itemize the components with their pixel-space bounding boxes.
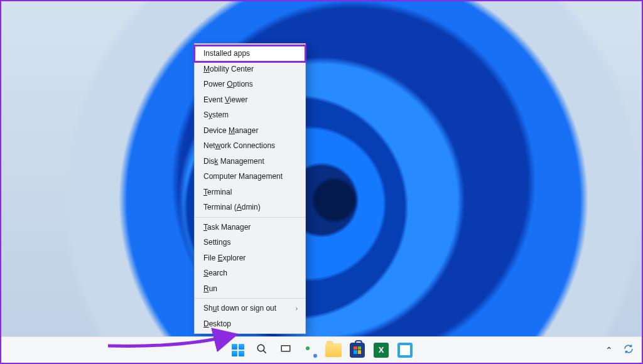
search-icon bbox=[256, 343, 267, 356]
menu-item-file-explorer[interactable]: File Explorer bbox=[195, 250, 305, 266]
tray-chevron-icon[interactable]: ⌃ bbox=[605, 345, 613, 355]
task-view-button[interactable] bbox=[276, 340, 296, 360]
menu-item-label: Power Options bbox=[203, 80, 253, 88]
file-explorer-app[interactable] bbox=[323, 340, 343, 360]
menu-item-label: Event Viewer bbox=[203, 95, 248, 104]
menu-item-label: Mobility Center bbox=[203, 65, 254, 73]
microsoft-store-app[interactable] bbox=[347, 340, 367, 360]
menu-item-power-options[interactable]: Power Options bbox=[195, 77, 305, 92]
start-button[interactable] bbox=[228, 340, 248, 360]
menu-item-label: Shut down or sign out bbox=[203, 304, 276, 313]
folder-icon bbox=[325, 343, 342, 357]
menu-item-computer-management[interactable]: Computer Management bbox=[195, 169, 305, 185]
start-context-menu: Installed appsMobility CenterPower Optio… bbox=[194, 43, 306, 334]
menu-item-label: Device Manager bbox=[203, 126, 258, 135]
menu-item-settings[interactable]: Settings bbox=[195, 235, 305, 250]
wordpad-icon bbox=[397, 343, 413, 358]
menu-item-label: Installed apps bbox=[203, 49, 250, 58]
desktop-wallpaper bbox=[1, 1, 642, 363]
menu-item-label: Run bbox=[203, 284, 217, 293]
taskbar-right: ⌃ bbox=[605, 343, 634, 356]
search-button[interactable] bbox=[252, 340, 272, 360]
menu-item-disk-management[interactable]: Disk Management bbox=[195, 154, 305, 169]
menu-item-device-manager[interactable]: Device Manager bbox=[195, 123, 305, 139]
menu-item-network-connections[interactable]: Network Connections bbox=[195, 138, 305, 154]
menu-item-label: Terminal (Admin) bbox=[203, 203, 261, 211]
wordpad-app[interactable] bbox=[395, 340, 415, 360]
svg-point-0 bbox=[257, 345, 264, 351]
menu-separator bbox=[195, 298, 305, 299]
chrome-app[interactable] bbox=[300, 340, 320, 360]
excel-icon: X bbox=[374, 343, 389, 358]
onedrive-sync-icon[interactable] bbox=[623, 343, 634, 356]
menu-item-run[interactable]: Run bbox=[195, 281, 305, 297]
menu-item-system[interactable]: System bbox=[195, 107, 305, 123]
excel-app[interactable]: X bbox=[371, 340, 391, 360]
windows-logo-icon bbox=[232, 344, 244, 356]
menu-item-desktop[interactable]: Desktop bbox=[195, 316, 305, 332]
menu-item-terminal-admin[interactable]: Terminal (Admin) bbox=[195, 200, 305, 215]
menu-item-label: Task Manager bbox=[203, 223, 251, 232]
menu-item-label: Network Connections bbox=[203, 141, 275, 150]
menu-item-label: Computer Management bbox=[203, 172, 283, 181]
svg-rect-3 bbox=[282, 346, 289, 351]
svg-line-1 bbox=[263, 350, 266, 353]
taskbar: X ⌃ bbox=[1, 336, 642, 363]
task-view-icon bbox=[280, 343, 291, 356]
menu-item-label: Search bbox=[203, 269, 227, 277]
menu-item-label: Terminal bbox=[203, 188, 232, 196]
menu-item-label: Disk Management bbox=[203, 157, 264, 166]
menu-item-label: System bbox=[203, 110, 229, 119]
menu-item-shutdown[interactable]: Shut down or sign out› bbox=[195, 301, 305, 316]
menu-item-label: Desktop bbox=[203, 319, 231, 328]
chevron-right-icon: › bbox=[296, 305, 298, 312]
menu-separator bbox=[195, 217, 305, 218]
menu-item-label: File Explorer bbox=[203, 254, 246, 262]
menu-item-task-manager[interactable]: Task Manager bbox=[195, 220, 305, 235]
menu-item-event-viewer[interactable]: Event Viewer bbox=[195, 92, 305, 108]
menu-item-search[interactable]: Search bbox=[195, 265, 305, 281]
menu-item-mobility-center[interactable]: Mobility Center bbox=[195, 62, 305, 77]
menu-item-terminal[interactable]: Terminal bbox=[195, 185, 305, 200]
menu-item-label: Settings bbox=[203, 238, 230, 247]
menu-item-installed-apps[interactable]: Installed apps bbox=[195, 46, 305, 62]
store-icon bbox=[350, 343, 365, 358]
taskbar-center: X bbox=[228, 340, 415, 360]
